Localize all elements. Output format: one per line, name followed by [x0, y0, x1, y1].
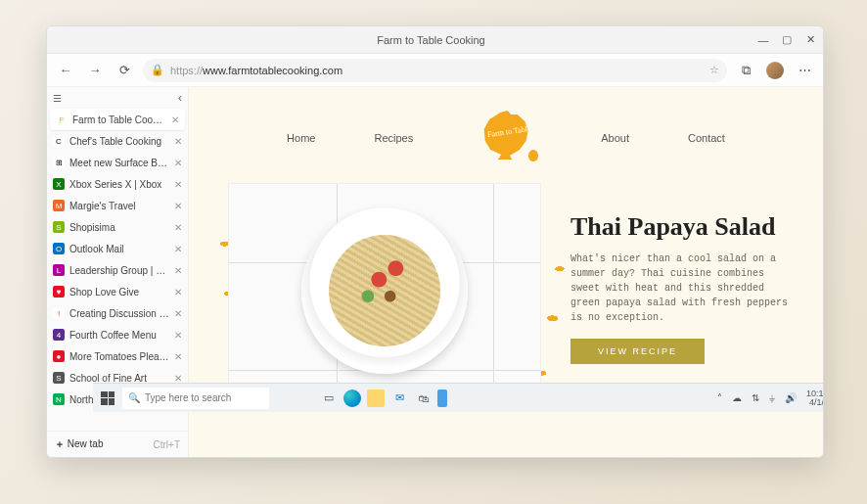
tab-close-icon[interactable]: ✕: [174, 330, 182, 341]
tab-label: Xbox Series X | Xbox: [69, 179, 169, 190]
tab-item[interactable]: !Creating Discussion Guidelines✕: [47, 302, 188, 324]
browser-toolbar: ← → ⟳ 🔒 https://www.farmtotablecooking.c…: [47, 54, 823, 87]
tab-item[interactable]: CChef's Table Cooking✕: [47, 130, 188, 152]
reading-mode-icon[interactable]: ☆: [709, 64, 719, 76]
nav-contact[interactable]: Contact: [688, 132, 725, 144]
tab-close-icon[interactable]: ✕: [171, 115, 179, 125]
tab-favicon: O: [53, 243, 65, 254]
window-title: Farm to Table Cooking: [106, 34, 756, 46]
tab-label: School of Fine Art: [69, 373, 169, 384]
tab-close-icon[interactable]: ✕: [174, 158, 182, 168]
chicken-icon: [479, 111, 533, 160]
tab-close-icon[interactable]: ✕: [174, 351, 182, 362]
recipe-description: What's nicer than a cool salad on a summ…: [570, 252, 796, 325]
tab-label: Shop Love Give: [69, 287, 169, 298]
tab-close-icon[interactable]: ✕: [174, 201, 182, 211]
tab-label: Margie's Travel: [69, 201, 169, 211]
plate: [301, 207, 468, 374]
tab-item[interactable]: ●More Tomatoes Please✕: [47, 345, 188, 367]
taskbar-search[interactable]: 🔍 Type here to search: [122, 388, 269, 409]
tab-label: Creating Discussion Guidelines: [69, 308, 169, 319]
tab-favicon: ●: [53, 350, 65, 362]
search-placeholder: Type here to search: [145, 392, 231, 403]
tab-label: Farm to Table Cooking: [72, 115, 166, 125]
tab-item[interactable]: MMargie's Travel✕: [47, 195, 188, 216]
file-explorer-icon[interactable]: [367, 389, 385, 407]
tray-cloud-icon[interactable]: ☁: [732, 392, 742, 403]
nav-about[interactable]: About: [601, 132, 629, 144]
titlebar: Farm to Table Cooking — ▢ ✕: [47, 26, 823, 54]
profile-avatar[interactable]: [766, 62, 784, 79]
tray-wifi-icon[interactable]: ⏚: [769, 392, 775, 403]
collapse-tabs-icon[interactable]: ‹: [178, 91, 182, 105]
tab-favicon: !: [53, 307, 65, 319]
search-icon: 🔍: [128, 392, 140, 403]
nav-recipes[interactable]: Recipes: [374, 132, 413, 144]
recipe-title: Thai Papaya Salad: [570, 212, 796, 242]
tab-favicon: L: [53, 264, 65, 276]
hero-image: [228, 183, 541, 398]
view-recipe-button[interactable]: VIEW RECIPE: [570, 339, 705, 364]
minimize-button[interactable]: —: [756, 33, 770, 47]
tab-favicon: N: [53, 393, 65, 405]
refresh-button[interactable]: ⟳: [114, 60, 135, 81]
back-button[interactable]: ←: [55, 60, 76, 81]
tray-volume-icon[interactable]: 🔊: [785, 392, 797, 403]
start-button[interactable]: [99, 389, 116, 407]
mail-icon[interactable]: ✉: [390, 389, 408, 407]
task-view-icon[interactable]: ▭: [320, 389, 338, 407]
taskbar-clock[interactable]: 10:10 AM 4/1/2021: [806, 389, 824, 407]
maximize-button[interactable]: ▢: [780, 33, 794, 47]
tab-label: Leadership Group | Microsoft: [69, 265, 169, 276]
store-icon[interactable]: 🛍: [414, 389, 432, 407]
edge-icon[interactable]: [343, 389, 361, 407]
new-tab-button[interactable]: ＋ New tab Ctrl+T: [47, 431, 188, 457]
app-icon-generic[interactable]: [437, 389, 447, 407]
new-tab-shortcut: Ctrl+T: [154, 439, 181, 450]
tab-label: Shopisima: [69, 222, 169, 233]
address-bar[interactable]: 🔒 https://www.farmtotablecooking.com ☆: [143, 59, 727, 82]
clock-date: 4/1/2021: [806, 398, 824, 407]
tab-item[interactable]: XXbox Series X | Xbox✕: [47, 173, 188, 195]
tab-favicon: X: [53, 178, 65, 190]
tab-close-icon[interactable]: ✕: [174, 308, 182, 319]
tray-network-icon[interactable]: ⇅: [752, 392, 759, 403]
tab-close-icon[interactable]: ✕: [174, 287, 182, 298]
new-tab-label: New tab: [68, 438, 104, 449]
tab-label: Outlook Mail: [69, 244, 169, 254]
tab-item[interactable]: 4Fourth Coffee Menu✕: [47, 324, 188, 345]
tab-item[interactable]: FFarm to Table Cooking✕: [50, 109, 185, 130]
tab-favicon: ♥: [53, 286, 65, 298]
browser-window: Farm to Table Cooking — ▢ ✕ ← → ⟳ 🔒 http…: [46, 25, 824, 458]
forward-button[interactable]: →: [84, 60, 106, 81]
site-logo[interactable]: [472, 111, 542, 165]
tab-close-icon[interactable]: ✕: [174, 244, 182, 254]
tab-label: Meet new Surface Book 3or 15.5": [69, 158, 169, 168]
tab-favicon: S: [53, 372, 65, 384]
close-window-button[interactable]: ✕: [803, 33, 817, 47]
tab-label: More Tomatoes Please: [69, 351, 169, 362]
tab-item[interactable]: OOutlook Mail✕: [47, 238, 188, 259]
tab-close-icon[interactable]: ✕: [174, 179, 182, 190]
salad: [329, 235, 440, 346]
collections-icon[interactable]: ⧉: [735, 60, 756, 81]
tabs-menu-icon[interactable]: ☰: [53, 93, 62, 104]
nav-home[interactable]: Home: [287, 132, 315, 144]
egg-icon: [528, 150, 538, 161]
tab-item[interactable]: ♥Shop Love Give✕: [47, 281, 188, 302]
tab-close-icon[interactable]: ✕: [174, 136, 182, 147]
tab-item[interactable]: ⊞Meet new Surface Book 3or 15.5"✕: [47, 152, 188, 173]
tab-favicon: M: [53, 200, 65, 211]
url-scheme: https://: [170, 65, 203, 76]
tab-label: Chef's Table Cooking: [69, 136, 169, 147]
tab-item[interactable]: LLeadership Group | Microsoft✕: [47, 259, 188, 281]
tab-close-icon[interactable]: ✕: [174, 265, 182, 276]
tray-chevron-icon[interactable]: ˄: [717, 392, 722, 403]
more-menu-icon[interactable]: ⋯: [794, 60, 815, 81]
tab-close-icon[interactable]: ✕: [174, 222, 182, 233]
site-nav: Home Recipes About Contact: [189, 87, 823, 165]
tile-background: [228, 183, 541, 398]
tab-favicon: S: [53, 221, 65, 233]
tab-close-icon[interactable]: ✕: [174, 373, 182, 384]
tab-item[interactable]: SShopisima✕: [47, 216, 188, 238]
